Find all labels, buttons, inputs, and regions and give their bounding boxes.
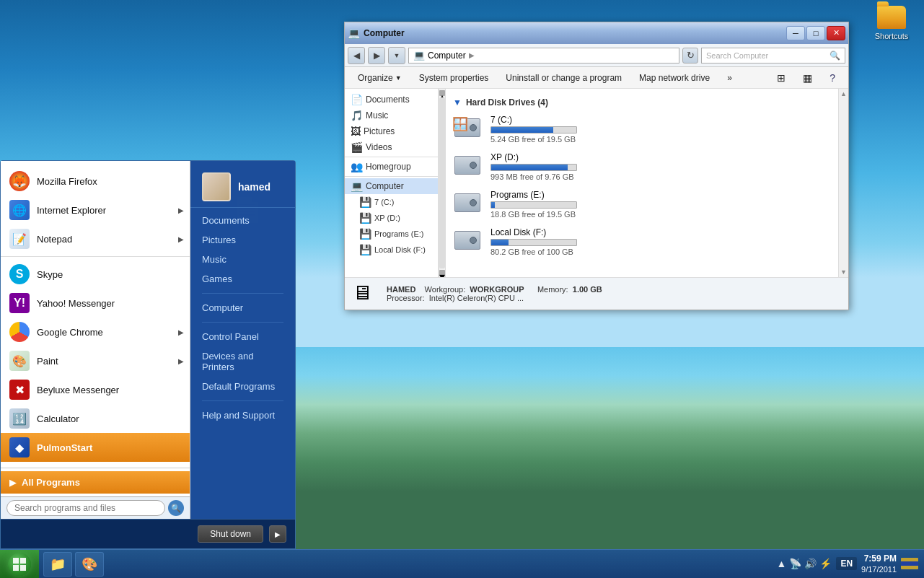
menu-yahoo[interactable]: Y! Yahoo! Messenger [1, 289, 190, 318]
search-bar[interactable]: Search Computer 🔍 [701, 48, 845, 64]
search-programs-input[interactable] [6, 500, 165, 516]
clock-date: 9/17/2011 [861, 564, 897, 574]
tree-videos[interactable]: 🎬 Videos [345, 139, 438, 155]
notepad-icon: 📝 [9, 229, 30, 249]
view-toggle-button[interactable]: ▦ [796, 71, 819, 85]
tray-speaker-icon[interactable]: 🔊 [804, 558, 817, 569]
skype-label: Skype [37, 269, 63, 280]
shutdown-button[interactable]: Shut down [198, 525, 263, 543]
drive-c-bar-container [490, 126, 577, 133]
tree-pictures[interactable]: 🖼 Pictures [345, 123, 438, 139]
scroll-down-btn[interactable]: ▼ [840, 268, 847, 276]
menu-calc[interactable]: 🔢 Calculator [1, 404, 190, 433]
search-icon: 🔍 [830, 51, 840, 61]
status-bar: 🖥 HAMED Workgroup: WORKGROUP Memory: 1.0… [345, 277, 848, 310]
menu-beyluxe[interactable]: ✖ Beyluxe Messenger [1, 375, 190, 404]
drive-e-name: Programs (E:) [490, 190, 830, 200]
tree-music[interactable]: 🎵 Music [345, 108, 438, 123]
drive-f-item[interactable]: Local Disk (F:) 80.2 GB free of 100 GB [452, 223, 832, 260]
right-help[interactable]: Help and Support [190, 406, 295, 425]
view-options-button[interactable]: ⊞ [770, 71, 793, 85]
folder-icon [877, 6, 906, 29]
drive-e-icon [454, 193, 483, 215]
menu-ie[interactable]: 🌐 Internet Explorer ▶ [1, 196, 190, 224]
drive-c-item[interactable]: 🪟 7 (C:) 5.24 GB free of 19.5 GB [452, 110, 832, 148]
menu-firefox[interactable]: 🦊 Mozilla Firefox [1, 167, 190, 196]
scroll-down[interactable]: ▾ [439, 270, 445, 276]
content-scrollbar[interactable]: ▲ ▼ [838, 89, 848, 277]
scroll-up-btn[interactable]: ▲ [840, 90, 847, 97]
right-pictures[interactable]: Pictures [190, 230, 295, 250]
refresh-button[interactable]: ↻ [682, 48, 698, 64]
drive-e-item[interactable]: Programs (E:) 18.8 GB free of 19.5 GB [452, 185, 832, 223]
uninstall-button[interactable]: Uninstall or change a program [498, 71, 629, 84]
system-properties-button[interactable]: System properties [412, 71, 496, 84]
nav-scrollbar[interactable]: ▴ ▾ [439, 89, 446, 277]
right-default-programs[interactable]: Default Programs [190, 377, 295, 396]
tree-homegroup[interactable]: 👥 Homegroup [345, 159, 438, 175]
paint-label: Paint [37, 356, 58, 367]
menu-pulmon[interactable]: ◆ PulmonStart [1, 433, 190, 462]
map-network-button[interactable]: Map network drive [632, 71, 717, 84]
help-button[interactable]: ? [822, 71, 842, 85]
tray-arrow-icon[interactable]: ▲ [777, 558, 787, 569]
menu-chrome[interactable]: Google Chrome ▶ [1, 318, 190, 346]
right-devices[interactable]: Devices and Printers [190, 346, 295, 377]
forward-button[interactable]: ▶ [368, 47, 385, 64]
right-music[interactable]: Music [190, 250, 295, 269]
recent-button[interactable]: ▼ [388, 47, 405, 64]
minimize-button[interactable]: ─ [786, 26, 805, 40]
maximize-button[interactable]: □ [806, 26, 825, 40]
more-button[interactable]: » [720, 71, 739, 84]
back-button[interactable]: ◀ [348, 47, 365, 64]
tree-d-drive[interactable]: 💾 XP (D:) [345, 210, 438, 226]
nav-tree: 📄 Documents 🎵 Music 🖼 Pictures 🎬 Videos … [345, 89, 439, 277]
start-button[interactable] [0, 550, 39, 579]
organize-arrow: ▼ [395, 74, 402, 82]
taskbar-paint[interactable]: 🎨 [75, 552, 104, 577]
menu-notepad[interactable]: 📝 Notepad ▶ [1, 224, 190, 253]
tree-c-drive[interactable]: 💾 7 (C:) [345, 194, 438, 210]
drive-d-icon [454, 156, 483, 178]
tree-e-drive[interactable]: 💾 Programs (E:) [345, 226, 438, 242]
shortcuts-icon[interactable]: Shortcuts [870, 6, 913, 40]
explorer-main: 📄 Documents 🎵 Music 🖼 Pictures 🎬 Videos … [345, 89, 848, 277]
all-programs-button[interactable]: ▶ All Programs [1, 471, 190, 494]
music-icon: 🎵 [351, 110, 363, 121]
drive-d-size: 993 MB free of 9.76 GB [490, 172, 830, 181]
right-divider-3 [202, 400, 283, 401]
language-indicator[interactable]: EN [836, 557, 857, 570]
start-menu-right: hamed Documents Pictures Music Games Com… [190, 161, 295, 519]
menu-skype[interactable]: S Skype [1, 260, 190, 289]
drive-e-size: 18.8 GB free of 19.5 GB [490, 210, 830, 219]
pictures-icon: 🖼 [351, 126, 361, 137]
menu-paint[interactable]: 🎨 Paint ▶ [1, 346, 190, 375]
taskbar-file-explorer[interactable]: 📁 [43, 552, 72, 577]
right-control-panel[interactable]: Control Panel [190, 327, 295, 346]
drive-f-info: Local Disk (F:) 80.2 GB free of 100 GB [490, 227, 830, 256]
tree-computer[interactable]: 💻 Computer [345, 178, 438, 194]
music-item-label: Music [202, 254, 226, 265]
tree-documents[interactable]: 📄 Documents [345, 92, 438, 108]
shortcut-label: Shortcuts [875, 32, 908, 40]
close-button[interactable]: ✕ [827, 26, 845, 40]
right-games[interactable]: Games [190, 269, 295, 289]
right-documents[interactable]: Documents [190, 211, 295, 230]
documents-icon: 📄 [351, 94, 363, 105]
skype-icon: S [9, 264, 30, 284]
shutdown-arrow-button[interactable]: ▶ [269, 525, 286, 543]
drive-d-item[interactable]: XP (D:) 993 MB free of 9.76 GB [452, 148, 832, 185]
chrome-icon [9, 322, 30, 342]
address-input[interactable]: 💻 Computer ▶ [408, 48, 679, 64]
right-computer[interactable]: Computer [190, 298, 295, 318]
games-item-label: Games [202, 273, 232, 284]
search-submit-button[interactable]: 🔍 [168, 500, 184, 516]
organize-button[interactable]: Organize ▼ [351, 71, 409, 84]
scroll-up[interactable]: ▴ [439, 90, 445, 96]
tree-divider-1 [345, 157, 438, 157]
tree-divider-2 [345, 176, 438, 177]
drive-c-icon: 🪟 [454, 118, 483, 140]
tree-f-drive[interactable]: 💾 Local Disk (F:) [345, 242, 438, 258]
window-titlebar: 💻 Computer ─ □ ✕ [345, 22, 848, 44]
search-placeholder: Search Computer [706, 51, 768, 60]
